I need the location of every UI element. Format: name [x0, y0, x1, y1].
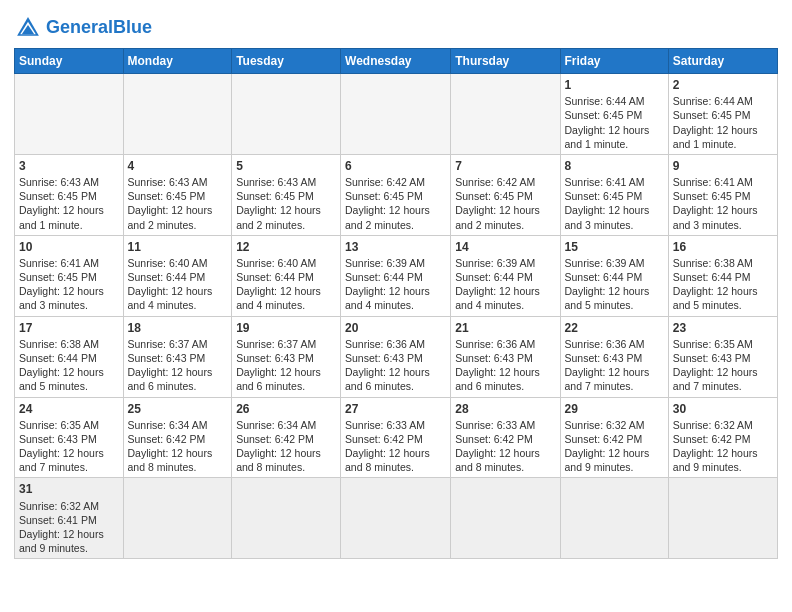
calendar-cell: 11Sunrise: 6:40 AM Sunset: 6:44 PM Dayli…	[123, 235, 232, 316]
header: GeneralBlue	[14, 10, 778, 42]
day-info: Sunrise: 6:43 AM Sunset: 6:45 PM Dayligh…	[236, 175, 336, 232]
logo-blue: Blue	[113, 17, 152, 37]
day-info: Sunrise: 6:38 AM Sunset: 6:44 PM Dayligh…	[673, 256, 773, 313]
day-info: Sunrise: 6:37 AM Sunset: 6:43 PM Dayligh…	[128, 337, 228, 394]
calendar-cell: 15Sunrise: 6:39 AM Sunset: 6:44 PM Dayli…	[560, 235, 668, 316]
day-number: 14	[455, 239, 555, 255]
calendar-cell: 10Sunrise: 6:41 AM Sunset: 6:45 PM Dayli…	[15, 235, 124, 316]
day-number: 20	[345, 320, 446, 336]
calendar-cell: 5Sunrise: 6:43 AM Sunset: 6:45 PM Daylig…	[232, 154, 341, 235]
calendar-cell	[232, 74, 341, 155]
week-row-2: 3Sunrise: 6:43 AM Sunset: 6:45 PM Daylig…	[15, 154, 778, 235]
calendar-cell	[123, 74, 232, 155]
day-number: 2	[673, 77, 773, 93]
day-info: Sunrise: 6:41 AM Sunset: 6:45 PM Dayligh…	[19, 256, 119, 313]
day-number: 29	[565, 401, 664, 417]
calendar-cell: 3Sunrise: 6:43 AM Sunset: 6:45 PM Daylig…	[15, 154, 124, 235]
day-number: 11	[128, 239, 228, 255]
day-number: 27	[345, 401, 446, 417]
logo: GeneralBlue	[14, 14, 152, 42]
day-number: 12	[236, 239, 336, 255]
day-number: 10	[19, 239, 119, 255]
weekday-header-thursday: Thursday	[451, 49, 560, 74]
day-info: Sunrise: 6:33 AM Sunset: 6:42 PM Dayligh…	[345, 418, 446, 475]
day-info: Sunrise: 6:39 AM Sunset: 6:44 PM Dayligh…	[455, 256, 555, 313]
day-number: 22	[565, 320, 664, 336]
week-row-3: 10Sunrise: 6:41 AM Sunset: 6:45 PM Dayli…	[15, 235, 778, 316]
day-info: Sunrise: 6:39 AM Sunset: 6:44 PM Dayligh…	[565, 256, 664, 313]
calendar-body: 1Sunrise: 6:44 AM Sunset: 6:45 PM Daylig…	[15, 74, 778, 559]
day-info: Sunrise: 6:35 AM Sunset: 6:43 PM Dayligh…	[19, 418, 119, 475]
calendar-cell: 13Sunrise: 6:39 AM Sunset: 6:44 PM Dayli…	[341, 235, 451, 316]
day-number: 18	[128, 320, 228, 336]
day-number: 3	[19, 158, 119, 174]
day-number: 28	[455, 401, 555, 417]
day-info: Sunrise: 6:32 AM Sunset: 6:42 PM Dayligh…	[565, 418, 664, 475]
week-row-1: 1Sunrise: 6:44 AM Sunset: 6:45 PM Daylig…	[15, 74, 778, 155]
calendar-cell	[451, 74, 560, 155]
day-info: Sunrise: 6:36 AM Sunset: 6:43 PM Dayligh…	[565, 337, 664, 394]
day-number: 8	[565, 158, 664, 174]
calendar-cell: 25Sunrise: 6:34 AM Sunset: 6:42 PM Dayli…	[123, 397, 232, 478]
calendar-cell: 26Sunrise: 6:34 AM Sunset: 6:42 PM Dayli…	[232, 397, 341, 478]
weekday-row: SundayMondayTuesdayWednesdayThursdayFrid…	[15, 49, 778, 74]
day-number: 17	[19, 320, 119, 336]
calendar-cell: 24Sunrise: 6:35 AM Sunset: 6:43 PM Dayli…	[15, 397, 124, 478]
day-number: 4	[128, 158, 228, 174]
day-info: Sunrise: 6:36 AM Sunset: 6:43 PM Dayligh…	[345, 337, 446, 394]
day-number: 23	[673, 320, 773, 336]
calendar-cell	[451, 478, 560, 559]
calendar-cell: 9Sunrise: 6:41 AM Sunset: 6:45 PM Daylig…	[668, 154, 777, 235]
day-info: Sunrise: 6:41 AM Sunset: 6:45 PM Dayligh…	[565, 175, 664, 232]
day-number: 24	[19, 401, 119, 417]
day-number: 1	[565, 77, 664, 93]
calendar-cell: 17Sunrise: 6:38 AM Sunset: 6:44 PM Dayli…	[15, 316, 124, 397]
calendar-cell: 16Sunrise: 6:38 AM Sunset: 6:44 PM Dayli…	[668, 235, 777, 316]
calendar-cell: 27Sunrise: 6:33 AM Sunset: 6:42 PM Dayli…	[341, 397, 451, 478]
day-number: 7	[455, 158, 555, 174]
day-number: 25	[128, 401, 228, 417]
day-info: Sunrise: 6:43 AM Sunset: 6:45 PM Dayligh…	[128, 175, 228, 232]
weekday-header-saturday: Saturday	[668, 49, 777, 74]
day-info: Sunrise: 6:35 AM Sunset: 6:43 PM Dayligh…	[673, 337, 773, 394]
day-number: 16	[673, 239, 773, 255]
day-number: 13	[345, 239, 446, 255]
calendar-cell: 29Sunrise: 6:32 AM Sunset: 6:42 PM Dayli…	[560, 397, 668, 478]
calendar-cell: 22Sunrise: 6:36 AM Sunset: 6:43 PM Dayli…	[560, 316, 668, 397]
day-number: 21	[455, 320, 555, 336]
weekday-header-tuesday: Tuesday	[232, 49, 341, 74]
calendar-table: SundayMondayTuesdayWednesdayThursdayFrid…	[14, 48, 778, 559]
calendar-cell: 19Sunrise: 6:37 AM Sunset: 6:43 PM Dayli…	[232, 316, 341, 397]
calendar-cell	[123, 478, 232, 559]
calendar-cell: 20Sunrise: 6:36 AM Sunset: 6:43 PM Dayli…	[341, 316, 451, 397]
weekday-header-friday: Friday	[560, 49, 668, 74]
day-number: 26	[236, 401, 336, 417]
calendar-cell	[15, 74, 124, 155]
day-info: Sunrise: 6:33 AM Sunset: 6:42 PM Dayligh…	[455, 418, 555, 475]
logo-icon	[14, 14, 42, 42]
day-number: 15	[565, 239, 664, 255]
day-info: Sunrise: 6:37 AM Sunset: 6:43 PM Dayligh…	[236, 337, 336, 394]
calendar-cell: 21Sunrise: 6:36 AM Sunset: 6:43 PM Dayli…	[451, 316, 560, 397]
day-info: Sunrise: 6:32 AM Sunset: 6:42 PM Dayligh…	[673, 418, 773, 475]
calendar-cell: 7Sunrise: 6:42 AM Sunset: 6:45 PM Daylig…	[451, 154, 560, 235]
calendar-cell: 23Sunrise: 6:35 AM Sunset: 6:43 PM Dayli…	[668, 316, 777, 397]
calendar-cell	[560, 478, 668, 559]
calendar-cell: 2Sunrise: 6:44 AM Sunset: 6:45 PM Daylig…	[668, 74, 777, 155]
calendar-cell: 1Sunrise: 6:44 AM Sunset: 6:45 PM Daylig…	[560, 74, 668, 155]
calendar-cell: 4Sunrise: 6:43 AM Sunset: 6:45 PM Daylig…	[123, 154, 232, 235]
calendar-cell	[341, 478, 451, 559]
week-row-6: 31Sunrise: 6:32 AM Sunset: 6:41 PM Dayli…	[15, 478, 778, 559]
weekday-header-monday: Monday	[123, 49, 232, 74]
calendar-header: SundayMondayTuesdayWednesdayThursdayFrid…	[15, 49, 778, 74]
day-info: Sunrise: 6:38 AM Sunset: 6:44 PM Dayligh…	[19, 337, 119, 394]
day-info: Sunrise: 6:36 AM Sunset: 6:43 PM Dayligh…	[455, 337, 555, 394]
day-info: Sunrise: 6:39 AM Sunset: 6:44 PM Dayligh…	[345, 256, 446, 313]
logo-general: General	[46, 17, 113, 37]
day-info: Sunrise: 6:42 AM Sunset: 6:45 PM Dayligh…	[455, 175, 555, 232]
calendar-cell: 8Sunrise: 6:41 AM Sunset: 6:45 PM Daylig…	[560, 154, 668, 235]
weekday-header-sunday: Sunday	[15, 49, 124, 74]
calendar-cell	[232, 478, 341, 559]
day-info: Sunrise: 6:34 AM Sunset: 6:42 PM Dayligh…	[128, 418, 228, 475]
day-info: Sunrise: 6:44 AM Sunset: 6:45 PM Dayligh…	[565, 94, 664, 151]
